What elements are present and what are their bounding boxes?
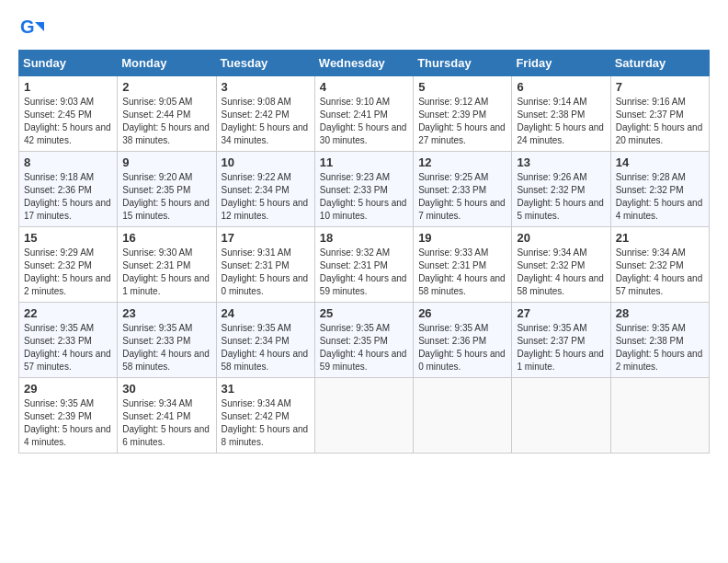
day-number: 26 xyxy=(418,306,506,320)
calendar-cell: 15Sunrise: 9:29 AMSunset: 2:32 PMDayligh… xyxy=(19,227,118,303)
day-number: 10 xyxy=(222,155,310,169)
day-number: 13 xyxy=(517,155,605,169)
cell-details: Sunrise: 9:20 AMSunset: 2:35 PMDaylight:… xyxy=(122,171,210,223)
cell-details: Sunrise: 9:30 AMSunset: 2:31 PMDaylight:… xyxy=(122,247,210,298)
weekday-header-cell: Tuesday xyxy=(216,51,314,76)
logo-icon: G xyxy=(18,15,44,40)
day-number: 19 xyxy=(418,231,506,245)
cell-details: Sunrise: 9:03 AMSunset: 2:45 PMDaylight:… xyxy=(24,96,112,147)
calendar-cell: 6Sunrise: 9:14 AMSunset: 2:38 PMDaylight… xyxy=(512,76,610,152)
day-number: 17 xyxy=(222,231,310,245)
weekday-header-cell: Monday xyxy=(118,51,216,76)
calendar-cell: 23Sunrise: 9:35 AMSunset: 2:33 PMDayligh… xyxy=(118,303,216,378)
weekday-header-cell: Friday xyxy=(512,51,610,76)
weekday-header-row: SundayMondayTuesdayWednesdayThursdayFrid… xyxy=(19,51,710,76)
calendar-cell: 29Sunrise: 9:35 AMSunset: 2:39 PMDayligh… xyxy=(19,378,118,454)
calendar-cell: 24Sunrise: 9:35 AMSunset: 2:34 PMDayligh… xyxy=(216,303,314,378)
calendar-cell: 8Sunrise: 9:18 AMSunset: 2:36 PMDaylight… xyxy=(19,152,118,227)
day-number: 21 xyxy=(616,231,704,245)
day-number: 8 xyxy=(24,155,112,169)
calendar-cell: 5Sunrise: 9:12 AMSunset: 2:39 PMDaylight… xyxy=(414,76,512,152)
calendar-cell xyxy=(512,378,610,454)
cell-details: Sunrise: 9:29 AMSunset: 2:32 PMDaylight:… xyxy=(24,247,112,298)
cell-details: Sunrise: 9:35 AMSunset: 2:33 PMDaylight:… xyxy=(24,322,112,373)
calendar-cell: 18Sunrise: 9:32 AMSunset: 2:31 PMDayligh… xyxy=(314,227,413,303)
calendar-table: SundayMondayTuesdayWednesdayThursdayFrid… xyxy=(18,50,710,454)
weekday-header-cell: Sunday xyxy=(19,51,118,76)
day-number: 24 xyxy=(222,306,310,320)
cell-details: Sunrise: 9:33 AMSunset: 2:31 PMDaylight:… xyxy=(418,247,506,298)
cell-details: Sunrise: 9:10 AMSunset: 2:41 PMDaylight:… xyxy=(320,96,408,147)
cell-details: Sunrise: 9:31 AMSunset: 2:31 PMDaylight:… xyxy=(222,247,310,298)
cell-details: Sunrise: 9:16 AMSunset: 2:37 PMDaylight:… xyxy=(616,96,704,147)
day-number: 3 xyxy=(222,80,310,94)
cell-details: Sunrise: 9:08 AMSunset: 2:42 PMDaylight:… xyxy=(222,96,310,147)
day-number: 25 xyxy=(320,306,408,320)
weekday-header-cell: Wednesday xyxy=(314,51,413,76)
svg-text:G: G xyxy=(20,17,35,37)
day-number: 9 xyxy=(122,155,210,169)
day-number: 27 xyxy=(517,306,605,320)
cell-details: Sunrise: 9:35 AMSunset: 2:35 PMDaylight:… xyxy=(320,322,408,373)
cell-details: Sunrise: 9:05 AMSunset: 2:44 PMDaylight:… xyxy=(122,96,210,147)
calendar-cell: 2Sunrise: 9:05 AMSunset: 2:44 PMDaylight… xyxy=(118,76,216,152)
calendar-cell: 3Sunrise: 9:08 AMSunset: 2:42 PMDaylight… xyxy=(216,76,314,152)
calendar-cell: 9Sunrise: 9:20 AMSunset: 2:35 PMDaylight… xyxy=(118,152,216,227)
day-number: 28 xyxy=(616,306,704,320)
cell-details: Sunrise: 9:22 AMSunset: 2:34 PMDaylight:… xyxy=(222,171,310,223)
calendar-cell: 10Sunrise: 9:22 AMSunset: 2:34 PMDayligh… xyxy=(216,152,314,227)
day-number: 7 xyxy=(616,80,704,94)
cell-details: Sunrise: 9:34 AMSunset: 2:32 PMDaylight:… xyxy=(517,247,605,298)
calendar-cell: 4Sunrise: 9:10 AMSunset: 2:41 PMDaylight… xyxy=(314,76,413,152)
day-number: 6 xyxy=(517,80,605,94)
day-number: 22 xyxy=(24,306,112,320)
calendar-cell xyxy=(314,378,413,454)
logo: G xyxy=(18,15,48,40)
day-number: 12 xyxy=(418,155,506,169)
cell-details: Sunrise: 9:35 AMSunset: 2:33 PMDaylight:… xyxy=(122,322,210,373)
calendar-cell: 20Sunrise: 9:34 AMSunset: 2:32 PMDayligh… xyxy=(512,227,610,303)
calendar-week-row: 22Sunrise: 9:35 AMSunset: 2:33 PMDayligh… xyxy=(19,303,710,378)
cell-details: Sunrise: 9:34 AMSunset: 2:41 PMDaylight:… xyxy=(122,397,210,449)
calendar-cell: 16Sunrise: 9:30 AMSunset: 2:31 PMDayligh… xyxy=(118,227,216,303)
calendar-cell: 7Sunrise: 9:16 AMSunset: 2:37 PMDaylight… xyxy=(610,76,709,152)
weekday-header-cell: Saturday xyxy=(610,51,709,76)
calendar-cell: 11Sunrise: 9:23 AMSunset: 2:33 PMDayligh… xyxy=(314,152,413,227)
calendar-cell: 27Sunrise: 9:35 AMSunset: 2:37 PMDayligh… xyxy=(512,303,610,378)
calendar-cell: 1Sunrise: 9:03 AMSunset: 2:45 PMDaylight… xyxy=(19,76,118,152)
cell-details: Sunrise: 9:35 AMSunset: 2:38 PMDaylight:… xyxy=(616,322,704,373)
calendar-cell: 22Sunrise: 9:35 AMSunset: 2:33 PMDayligh… xyxy=(19,303,118,378)
calendar-week-row: 15Sunrise: 9:29 AMSunset: 2:32 PMDayligh… xyxy=(19,227,710,303)
calendar-cell: 17Sunrise: 9:31 AMSunset: 2:31 PMDayligh… xyxy=(216,227,314,303)
day-number: 5 xyxy=(418,80,506,94)
calendar-cell: 19Sunrise: 9:33 AMSunset: 2:31 PMDayligh… xyxy=(414,227,512,303)
calendar-cell: 30Sunrise: 9:34 AMSunset: 2:41 PMDayligh… xyxy=(118,378,216,454)
day-number: 31 xyxy=(222,382,310,396)
cell-details: Sunrise: 9:35 AMSunset: 2:36 PMDaylight:… xyxy=(418,322,506,373)
page-header: G xyxy=(18,15,710,40)
cell-details: Sunrise: 9:34 AMSunset: 2:42 PMDaylight:… xyxy=(222,397,310,449)
calendar-cell xyxy=(610,378,709,454)
cell-details: Sunrise: 9:32 AMSunset: 2:31 PMDaylight:… xyxy=(320,247,408,298)
day-number: 23 xyxy=(122,306,210,320)
calendar-cell: 31Sunrise: 9:34 AMSunset: 2:42 PMDayligh… xyxy=(216,378,314,454)
calendar-cell: 14Sunrise: 9:28 AMSunset: 2:32 PMDayligh… xyxy=(610,152,709,227)
calendar-week-row: 1Sunrise: 9:03 AMSunset: 2:45 PMDaylight… xyxy=(19,76,710,152)
svg-marker-1 xyxy=(35,22,44,31)
calendar-week-row: 29Sunrise: 9:35 AMSunset: 2:39 PMDayligh… xyxy=(19,378,710,454)
cell-details: Sunrise: 9:35 AMSunset: 2:34 PMDaylight:… xyxy=(222,322,310,373)
day-number: 2 xyxy=(122,80,210,94)
day-number: 4 xyxy=(320,80,408,94)
day-number: 30 xyxy=(122,382,210,396)
day-number: 15 xyxy=(24,231,112,245)
calendar-cell: 13Sunrise: 9:26 AMSunset: 2:32 PMDayligh… xyxy=(512,152,610,227)
cell-details: Sunrise: 9:35 AMSunset: 2:39 PMDaylight:… xyxy=(24,397,112,449)
cell-details: Sunrise: 9:14 AMSunset: 2:38 PMDaylight:… xyxy=(517,96,605,147)
day-number: 14 xyxy=(616,155,704,169)
day-number: 29 xyxy=(24,382,112,396)
day-number: 18 xyxy=(320,231,408,245)
calendar-cell xyxy=(414,378,512,454)
calendar-cell: 12Sunrise: 9:25 AMSunset: 2:33 PMDayligh… xyxy=(414,152,512,227)
day-number: 20 xyxy=(517,231,605,245)
cell-details: Sunrise: 9:25 AMSunset: 2:33 PMDaylight:… xyxy=(418,171,506,223)
